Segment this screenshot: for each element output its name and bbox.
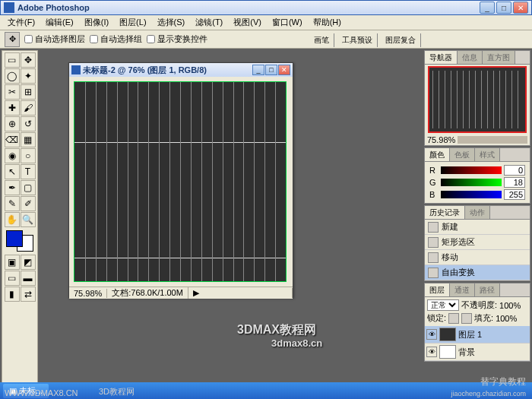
r-value[interactable]: 0 bbox=[504, 165, 525, 176]
close-button[interactable]: ✕ bbox=[513, 2, 528, 14]
g-slider[interactable] bbox=[441, 179, 502, 186]
stamp-tool[interactable]: ⊕ bbox=[5, 116, 20, 131]
tab-actions[interactable]: 动作 bbox=[465, 206, 490, 219]
show-transform-checkbox[interactable]: 显示变换控件 bbox=[147, 33, 207, 45]
watermark-url: 3dmax8.cn bbox=[271, 337, 322, 349]
g-value[interactable]: 18 bbox=[504, 177, 525, 188]
menu-edit[interactable]: 编辑(E) bbox=[41, 15, 78, 30]
document-window: 未标题-2 @ 76% (图层 1, RGB/8) _ □ ✕ 75.98% 文… bbox=[68, 62, 293, 298]
doc-maximize[interactable]: □ bbox=[265, 65, 277, 75]
path-tool[interactable]: ↖ bbox=[5, 164, 20, 179]
nav-zoom-value[interactable]: 75.98% bbox=[427, 135, 455, 144]
heal-tool[interactable]: ✚ bbox=[5, 100, 20, 116]
panels-dock: 导航器 信息 直方图 75.98% 颜色 色板 样式 R0 G18 B255 bbox=[423, 49, 532, 399]
wand-tool[interactable]: ✦ bbox=[21, 68, 36, 84]
menu-layer[interactable]: 图层(L) bbox=[115, 15, 150, 30]
layer-item[interactable]: 👁 图层 1 bbox=[425, 326, 530, 344]
zoom-tool[interactable]: 🔍 bbox=[21, 212, 36, 227]
pen-tool[interactable]: ✒ bbox=[5, 180, 20, 195]
r-slider[interactable] bbox=[441, 166, 502, 174]
move-tool[interactable]: ✥ bbox=[21, 52, 36, 68]
navigator-thumbnail[interactable] bbox=[428, 66, 527, 133]
nav-zoom-slider[interactable] bbox=[458, 136, 527, 144]
foreground-color[interactable] bbox=[6, 230, 23, 247]
doc-zoom[interactable]: 75.98% bbox=[69, 289, 107, 298]
shape-tool[interactable]: ▢ bbox=[21, 180, 36, 195]
quickmask-mode[interactable]: ◩ bbox=[21, 255, 36, 270]
tab-layer-comps[interactable]: 图层复合 bbox=[381, 33, 421, 47]
layer-thumbnail[interactable] bbox=[439, 328, 456, 341]
menubar: 文件(F) 编辑(E) 图像(I) 图层(L) 选择(S) 滤镜(T) 视图(V… bbox=[0, 15, 532, 30]
history-item[interactable]: 移动 bbox=[425, 250, 530, 265]
layer-item[interactable]: 👁 背景 bbox=[425, 344, 530, 361]
tab-tool-presets[interactable]: 工具预设 bbox=[337, 33, 378, 47]
document-canvas[interactable] bbox=[74, 81, 287, 282]
layer-thumbnail[interactable] bbox=[439, 345, 456, 359]
app-titlebar: Adobe Photoshop _ □ ✕ bbox=[0, 0, 532, 15]
move-tool-icon: ✥ bbox=[5, 32, 20, 47]
menu-help[interactable]: 帮助(H) bbox=[309, 15, 346, 30]
minimize-button[interactable]: _ bbox=[480, 2, 495, 14]
eyedropper-tool[interactable]: ✐ bbox=[21, 196, 36, 211]
blur-tool[interactable]: ◉ bbox=[5, 148, 20, 163]
doc-minimize[interactable]: _ bbox=[252, 65, 264, 75]
b-value[interactable]: 255 bbox=[504, 189, 525, 200]
history-brush-tool[interactable]: ↺ bbox=[21, 116, 36, 131]
history-item[interactable]: 新建 bbox=[425, 220, 530, 235]
menu-image[interactable]: 图像(I) bbox=[80, 15, 113, 30]
tab-layers[interactable]: 图层 bbox=[425, 283, 450, 296]
screen-mode-2[interactable]: ▬ bbox=[21, 271, 36, 286]
history-item[interactable]: 矩形选区 bbox=[425, 235, 530, 250]
notes-tool[interactable]: ✎ bbox=[5, 196, 20, 211]
standard-mode[interactable]: ▣ bbox=[5, 255, 20, 270]
lock-pixels-icon[interactable] bbox=[461, 313, 472, 324]
visibility-icon[interactable]: 👁 bbox=[426, 329, 437, 340]
doc-close[interactable]: ✕ bbox=[278, 65, 290, 75]
fill-value[interactable]: 100% bbox=[496, 314, 517, 323]
color-panel: 颜色 色板 样式 R0 G18 B255 bbox=[424, 147, 530, 204]
b-slider[interactable] bbox=[441, 191, 502, 198]
tab-history[interactable]: 历史记录 bbox=[425, 206, 465, 219]
history-item[interactable]: 自由变换 bbox=[425, 265, 530, 280]
menu-file[interactable]: 文件(F) bbox=[3, 15, 40, 30]
tab-channels[interactable]: 通道 bbox=[450, 283, 475, 296]
blend-mode-select[interactable]: 正常 bbox=[427, 299, 459, 311]
jump-to[interactable]: ⇄ bbox=[21, 287, 36, 302]
layers-panel: 图层 通道 路径 正常 不透明度: 100% 锁定: 填充: 100% bbox=[424, 283, 530, 362]
footer-right1: 替字典教程 bbox=[480, 375, 526, 388]
tab-info[interactable]: 信息 bbox=[458, 51, 483, 64]
color-swatch[interactable] bbox=[6, 230, 33, 252]
tab-styles[interactable]: 样式 bbox=[475, 148, 500, 161]
tab-paths[interactable]: 路径 bbox=[475, 283, 500, 296]
screen-mode-3[interactable]: ▮ bbox=[5, 287, 20, 302]
brush-tool[interactable]: 🖌 bbox=[21, 100, 36, 116]
gradient-tool[interactable]: ▦ bbox=[21, 132, 36, 147]
lasso-tool[interactable]: ◯ bbox=[5, 68, 20, 84]
tab-brushes[interactable]: 画笔 bbox=[309, 33, 334, 47]
type-tool[interactable]: T bbox=[21, 164, 36, 179]
slice-tool[interactable]: ⊞ bbox=[21, 84, 36, 100]
opacity-value[interactable]: 100% bbox=[499, 301, 521, 310]
auto-select-group-checkbox[interactable]: 自动选择组 bbox=[90, 33, 142, 45]
tab-color[interactable]: 颜色 bbox=[425, 148, 450, 161]
menu-view[interactable]: 视图(V) bbox=[229, 15, 266, 30]
lock-transparency-icon[interactable] bbox=[448, 313, 459, 324]
tab-histogram[interactable]: 直方图 bbox=[483, 51, 515, 64]
crop-tool[interactable]: ✂ bbox=[5, 84, 20, 100]
auto-select-layer-checkbox[interactable]: 自动选择图层 bbox=[24, 33, 85, 45]
eraser-tool[interactable]: ⌫ bbox=[5, 132, 20, 147]
footer-url: WWW.3DMAX8.CN bbox=[5, 388, 78, 397]
app-title: Adobe Photoshop bbox=[17, 3, 480, 12]
marquee-tool[interactable]: ▭ bbox=[5, 52, 20, 68]
menu-filter[interactable]: 滤镜(T) bbox=[191, 15, 227, 30]
screen-mode-1[interactable]: ▭ bbox=[5, 271, 20, 286]
menu-select[interactable]: 选择(S) bbox=[153, 15, 190, 30]
tab-swatches[interactable]: 色板 bbox=[450, 148, 475, 161]
tab-navigator[interactable]: 导航器 bbox=[425, 51, 458, 64]
visibility-icon[interactable]: 👁 bbox=[426, 347, 437, 357]
maximize-button[interactable]: □ bbox=[496, 2, 511, 14]
footer-brand: 3D教程网 bbox=[99, 386, 135, 397]
dodge-tool[interactable]: ○ bbox=[21, 148, 36, 163]
menu-window[interactable]: 窗口(W) bbox=[268, 15, 307, 30]
hand-tool[interactable]: ✋ bbox=[5, 212, 20, 227]
